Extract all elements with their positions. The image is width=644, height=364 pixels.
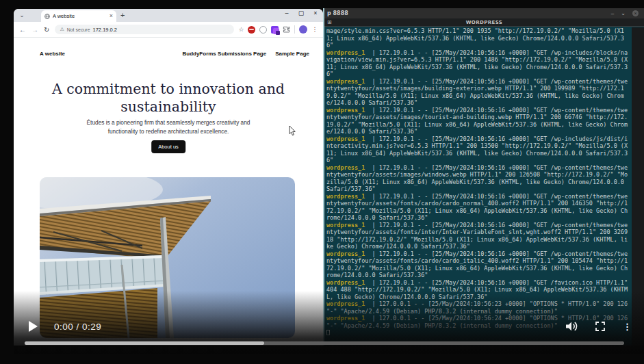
video-controls: 0:00 / 0:29 ⋮	[0, 316, 644, 337]
extension-purple-icon[interactable]	[271, 26, 279, 34]
tab-title: A website	[53, 13, 107, 19]
url-text: 172.19.0.2	[93, 27, 117, 33]
log-line: mage/style.min.css?ver=6.5.3 HTTP/1.1" 2…	[326, 27, 628, 49]
globe-favicon-icon	[44, 14, 50, 19]
log-line: wordpress_1 | 172.19.0.1 - - [25/May/202…	[326, 222, 628, 250]
not-secure-label: Not secure	[67, 27, 90, 32]
browser-minimize-button[interactable]: –	[283, 10, 290, 16]
terminal-tab-title[interactable]: WORDPRESS	[324, 20, 644, 25]
new-tab-button[interactable]: +	[120, 11, 125, 19]
log-line: wordpress_1 | 172.19.0.1 - - [25/May/202…	[326, 78, 628, 107]
not-secure-warning-icon: ⚠	[60, 27, 64, 32]
play-button[interactable]	[29, 321, 38, 332]
terminal-title: p 8888	[327, 10, 348, 16]
video-seek-bar[interactable]	[25, 341, 624, 345]
extension-adblock-icon[interactable]	[248, 26, 255, 34]
forward-icon[interactable]: →	[31, 26, 38, 34]
video-frame: ⌄ A website × + – ▢ × ← → ↻ ⚠	[0, 0, 644, 364]
log-line: wordpress_1 | 172.19.0.1 - - [25/May/202…	[326, 193, 628, 222]
terminal-minimize-button[interactable]: –	[611, 10, 614, 16]
time-display: 0:00 / 0:29	[54, 322, 101, 332]
browser-toolbar: ← → ↻ ⚠ Not secure 172.19.0.2 ☆ ⋮	[14, 22, 323, 38]
bookmark-star-icon[interactable]: ☆	[238, 26, 244, 33]
terminal-maximize-button[interactable]: ⌄	[621, 10, 626, 16]
profile-avatar[interactable]	[299, 25, 307, 34]
page-heading: A commitment to innovation and sustainab…	[41, 81, 296, 116]
log-line: wordpress_1 | 172.19.0.1 - - [25/May/202…	[326, 107, 628, 135]
tab-search-icon[interactable]: ⌄	[16, 11, 27, 20]
terminal-close-button[interactable]: ×	[632, 10, 639, 16]
nav-link-buddyforms[interactable]: BuddyForms Submissions Page	[182, 51, 266, 57]
mouse-cursor	[289, 126, 296, 136]
overflow-menu-icon[interactable]: ⋮	[623, 322, 632, 332]
extensions-puzzle-icon[interactable]	[283, 26, 290, 34]
chrome-menu-icon[interactable]: ⋮	[311, 26, 318, 33]
browser-tab[interactable]: A website ×	[41, 10, 116, 22]
log-line: wordpress_1 | 172.19.0.1 - - [25/May/202…	[326, 49, 628, 78]
back-icon[interactable]: ←	[19, 26, 26, 34]
log-line: wordpress_1 | 172.19.0.1 - - [25/May/202…	[326, 250, 628, 279]
site-header: A website BuddyForms Submissions Page Sa…	[40, 51, 309, 57]
nav-link-sample-page[interactable]: Sample Page	[275, 51, 309, 57]
page-description: Études is a pioneering firm that seamles…	[72, 118, 265, 137]
url-bar[interactable]: ⚠ Not secure 172.19.0.2	[55, 25, 234, 34]
site-title[interactable]: A website	[40, 51, 65, 57]
browser-tab-strip: ⌄ A website × + – ▢ ×	[14, 9, 323, 22]
volume-icon[interactable]	[566, 322, 578, 331]
video-seek-buffered	[25, 341, 264, 345]
fullscreen-icon[interactable]	[595, 322, 605, 331]
log-line: wordpress_1 | 172.19.0.1 - - [25/May/202…	[326, 135, 628, 164]
reload-icon[interactable]: ↻	[44, 26, 49, 34]
terminal-tab-bar: ⊞ WORDPRESS	[324, 18, 644, 27]
log-line: wordpress_1 | 172.19.0.1 - - [25/May/202…	[326, 164, 628, 193]
tab-close-icon[interactable]: ×	[110, 13, 113, 19]
site-nav: BuddyForms Submissions Page Sample Page	[182, 51, 309, 57]
about-us-button[interactable]: About us	[151, 140, 185, 153]
browser-maximize-button[interactable]: ▢	[298, 10, 305, 16]
browser-close-button[interactable]: ×	[312, 10, 319, 16]
toolbar-divider	[294, 25, 295, 34]
extension-circle-icon[interactable]	[259, 26, 267, 34]
terminal-titlebar[interactable]: p 8888 – ⌄ ×	[324, 8, 644, 18]
